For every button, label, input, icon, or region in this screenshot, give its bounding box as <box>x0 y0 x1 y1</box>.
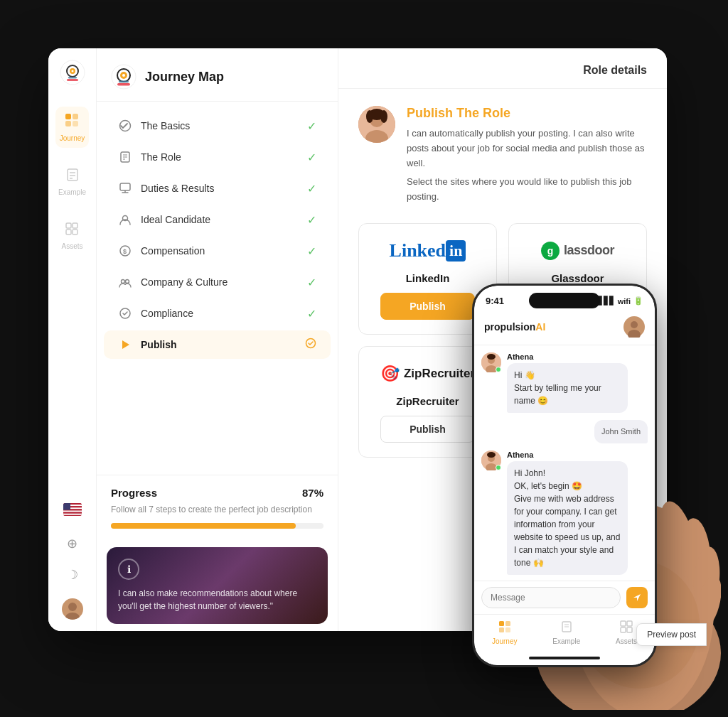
user-avatar-bottom[interactable] <box>62 598 83 620</box>
glassdoor-logo: g lassdoor <box>541 238 614 264</box>
athena-avatar-1 <box>481 352 501 372</box>
the-role-check: ✓ <box>307 151 316 164</box>
phone-input-area <box>474 581 655 614</box>
svg-point-57 <box>380 110 387 123</box>
nav-item-the-role[interactable]: The Role ✓ <box>104 143 331 171</box>
sidebar-logo <box>111 64 136 90</box>
nav-label-compensation: Compensation <box>141 245 307 257</box>
svg-point-3 <box>71 70 73 72</box>
svg-rect-15 <box>73 223 77 228</box>
phone-nav-journey[interactable]: Journey <box>492 620 518 645</box>
linkedin-logo: Linkedin <box>390 238 466 264</box>
main-header: Role details <box>338 48 667 89</box>
propulsion-logo: propulsionAI <box>484 321 545 333</box>
publish-hero: Publish The Role I can automatically pub… <box>358 106 647 209</box>
nav-item-the-basics[interactable]: The Basics ✓ <box>104 112 331 140</box>
phone-user-avatar[interactable] <box>623 316 645 338</box>
progress-percentage: 87% <box>302 487 323 499</box>
nav-label-the-role: The Role <box>141 151 307 163</box>
online-indicator <box>496 367 501 372</box>
nav-item-publish[interactable]: Publish <box>104 330 331 359</box>
chat-bubble-user: John Smith <box>594 420 648 443</box>
svg-rect-25 <box>63 512 82 514</box>
svg-rect-14 <box>66 223 71 228</box>
glassdoor-name: Glassdoor <box>551 272 604 284</box>
phone-nav-example[interactable]: Example <box>552 620 580 645</box>
promo-icon: ℹ <box>118 559 139 580</box>
assets-label: Assets <box>61 242 82 250</box>
svg-rect-16 <box>66 230 71 234</box>
phone-nav-assets[interactable]: Assets <box>616 620 637 645</box>
svg-point-63 <box>691 546 721 612</box>
nav-item-company-culture[interactable]: Company & Culture ✓ <box>104 268 331 296</box>
journey-icon <box>64 112 80 131</box>
svg-point-61 <box>653 497 704 581</box>
nav-label-publish: Publish <box>141 339 305 350</box>
nav-item-duties-results[interactable]: Duties & Results ✓ <box>104 174 331 203</box>
zip-icon: 🎯 <box>380 365 400 383</box>
moon-icon[interactable]: ☽ <box>67 567 78 583</box>
left-icon-strip: Journey Example <box>48 48 97 631</box>
svg-marker-51 <box>122 340 129 349</box>
svg-rect-77 <box>499 621 504 626</box>
the-basics-check: ✓ <box>307 119 316 133</box>
chat-sender-name-2: Athena <box>507 451 628 459</box>
sidebar-item-journey[interactable]: Journey <box>55 107 90 148</box>
publish-desc1: I can automatically publish your posting… <box>407 126 647 171</box>
sidebar-item-assets[interactable]: Assets <box>57 216 87 256</box>
phone-journey-icon <box>498 620 511 636</box>
progress-bar-background <box>111 523 323 529</box>
svg-point-58 <box>366 110 373 123</box>
compensation-check: ✓ <box>307 244 316 258</box>
svg-point-30 <box>65 613 80 620</box>
phone-nav-assets-label: Assets <box>616 637 637 645</box>
svg-rect-24 <box>63 511 82 512</box>
nav-item-ideal-candidate[interactable]: Ideal Candidate ✓ <box>104 205 331 234</box>
sidebar-item-example[interactable]: Example <box>54 162 90 202</box>
company-icon <box>118 275 132 289</box>
duties-check: ✓ <box>307 182 316 195</box>
signal-bars: ▋▋▋ <box>598 296 615 306</box>
progress-bar-fill <box>111 523 296 529</box>
svg-rect-9 <box>73 121 78 126</box>
flag-icon[interactable] <box>63 503 82 519</box>
svg-rect-80 <box>505 627 510 632</box>
phone-nav-example-label: Example <box>552 637 580 645</box>
progress-label: Progress <box>111 487 157 499</box>
compliance-check: ✓ <box>307 307 316 320</box>
nav-item-compliance[interactable]: Compliance ✓ <box>104 299 331 328</box>
phone-notch <box>529 293 600 308</box>
main-header-title: Role details <box>583 64 647 77</box>
compliance-icon <box>118 306 132 320</box>
duties-icon <box>118 181 132 195</box>
nav-item-compensation[interactable]: $ Compensation ✓ <box>104 237 331 265</box>
svg-rect-36 <box>119 81 129 83</box>
preview-post-button[interactable]: Preview post <box>636 623 707 646</box>
wifi-icon: wifi <box>618 297 631 306</box>
svg-rect-78 <box>505 621 510 626</box>
svg-rect-7 <box>73 114 78 119</box>
svg-rect-42 <box>120 183 130 190</box>
example-icon <box>65 168 80 185</box>
phone-screen: 9:41 ▋▋▋ wifi 🔋 propulsionAI <box>474 286 655 665</box>
settings-icon[interactable]: ⊕ <box>67 536 77 551</box>
nav-label-compliance: Compliance <box>141 308 307 319</box>
publish-title: Publish The Role <box>407 106 647 121</box>
svg-rect-4 <box>67 79 78 81</box>
sidebar-nav: The Basics ✓ The Role ✓ <box>97 102 338 475</box>
svg-rect-79 <box>499 627 504 632</box>
phone-send-button[interactable] <box>626 587 648 608</box>
the-role-icon <box>118 150 132 164</box>
svg-rect-17 <box>73 230 77 234</box>
nav-label-company-culture: Company & Culture <box>141 276 307 288</box>
phone-signals: ▋▋▋ wifi 🔋 <box>598 296 643 306</box>
ziprecruiter-publish-button[interactable]: Publish <box>380 416 475 443</box>
promo-text: I can also make recommendations about wh… <box>118 587 316 613</box>
example-label: Example <box>58 188 86 196</box>
publish-icon <box>118 338 132 352</box>
linkedin-publish-button[interactable]: Publish <box>380 293 475 320</box>
phone-example-icon <box>560 620 573 636</box>
online-indicator-2 <box>496 465 501 470</box>
publish-desc2: Select the sites where you would like to… <box>407 175 647 205</box>
phone-message-input[interactable] <box>481 587 621 608</box>
